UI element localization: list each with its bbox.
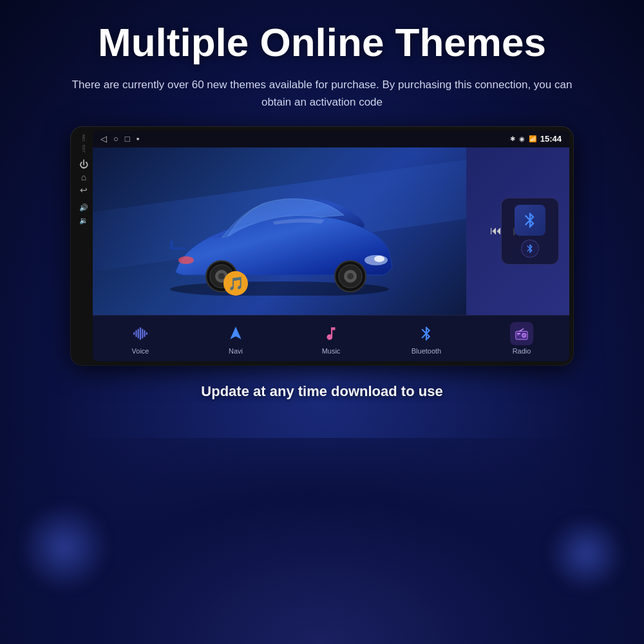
radio-icon bbox=[510, 322, 533, 345]
bluetooth-nav-icon bbox=[415, 322, 438, 345]
car-headunit-device: MIC RST ⏻ ⌂ ↩ 🔊 🔉 ◁ bbox=[71, 127, 573, 365]
nav-item-bluetooth[interactable]: Bluetooth bbox=[379, 316, 474, 361]
nav-item-navi[interactable]: Navi bbox=[188, 316, 283, 361]
music-icon bbox=[319, 322, 343, 345]
bluetooth-label: Bluetooth bbox=[412, 347, 441, 355]
side-button-panel: MIC RST ⏻ ⌂ ↩ 🔊 🔉 bbox=[75, 131, 93, 361]
page-content: Multiple Online Themes There are current… bbox=[0, 0, 644, 644]
svg-rect-14 bbox=[133, 332, 135, 334]
nav-item-voice[interactable]: Voice bbox=[93, 316, 188, 361]
nav-buttons: ◁ ○ □ ▪ bbox=[100, 134, 139, 144]
home-button[interactable]: ○ bbox=[113, 134, 118, 144]
recent-button[interactable]: □ bbox=[125, 134, 130, 144]
svg-point-7 bbox=[347, 273, 354, 279]
bluetooth-status-icon: ✱ bbox=[510, 135, 515, 142]
music-label: Music bbox=[322, 347, 341, 355]
mic-label: MIC bbox=[82, 135, 86, 142]
car-image bbox=[93, 147, 466, 315]
rst-label: RST bbox=[82, 145, 86, 153]
svg-point-3 bbox=[178, 256, 194, 264]
bottom-text: Update at any time download to use bbox=[201, 383, 442, 400]
volume-up-button[interactable]: 🔊 bbox=[78, 202, 90, 214]
svg-rect-12 bbox=[173, 247, 186, 250]
svg-rect-13 bbox=[170, 241, 173, 250]
navi-icon bbox=[224, 322, 247, 345]
volume-down-button[interactable]: 🔉 bbox=[78, 215, 90, 227]
status-icons: ✱ ◉ 📶 15:44 bbox=[510, 134, 562, 144]
radio-label: Radio bbox=[513, 347, 531, 355]
screen-main-area: 🎵 bbox=[93, 147, 569, 315]
back-button[interactable]: ◁ bbox=[100, 134, 107, 144]
menu-button[interactable]: ▪ bbox=[137, 134, 140, 144]
status-time: 15:44 bbox=[540, 134, 562, 144]
bluetooth-card[interactable] bbox=[501, 198, 559, 265]
svg-rect-16 bbox=[138, 328, 139, 338]
svg-rect-19 bbox=[144, 330, 145, 337]
svg-rect-20 bbox=[146, 332, 147, 334]
car-display-area: 🎵 bbox=[93, 147, 466, 315]
nav-item-radio[interactable]: Radio bbox=[474, 316, 569, 361]
home-side-button[interactable]: ⌂ bbox=[78, 171, 90, 183]
voice-icon bbox=[129, 322, 152, 345]
svg-point-2 bbox=[374, 256, 384, 262]
svg-rect-24 bbox=[517, 333, 521, 334]
prev-track-button[interactable]: ⏮ bbox=[490, 224, 502, 238]
bluetooth-large-icon bbox=[515, 205, 545, 236]
svg-rect-25 bbox=[517, 334, 520, 335]
page-title: Multiple Online Themes bbox=[98, 21, 546, 64]
device-screen: ◁ ○ □ ▪ ✱ ◉ 📶 15:44 bbox=[93, 131, 569, 361]
car-svg bbox=[157, 167, 402, 296]
device-body: MIC RST ⏻ ⌂ ↩ 🔊 🔉 ◁ bbox=[71, 127, 573, 365]
location-status-icon: ◉ bbox=[519, 135, 525, 142]
svg-rect-15 bbox=[135, 330, 137, 337]
voice-label: Voice bbox=[132, 347, 149, 355]
bluetooth-small-icon[interactable] bbox=[521, 240, 539, 258]
navi-label: Navi bbox=[229, 347, 243, 355]
svg-rect-18 bbox=[142, 328, 143, 338]
power-button[interactable]: ⏻ bbox=[78, 158, 90, 170]
back-side-button[interactable]: ↩ bbox=[78, 184, 90, 196]
svg-point-23 bbox=[524, 334, 525, 336]
nav-item-music[interactable]: Music bbox=[283, 316, 379, 361]
rst-button[interactable]: RST bbox=[78, 143, 90, 155]
page-subtitle: There are currently over 60 new themes a… bbox=[58, 76, 586, 111]
wifi-status-icon: 📶 bbox=[529, 135, 536, 142]
svg-rect-17 bbox=[140, 327, 141, 340]
audio-bee-icon[interactable]: 🎵 bbox=[223, 271, 248, 296]
status-bar: ◁ ○ □ ▪ ✱ ◉ 📶 15:44 bbox=[93, 131, 569, 147]
bottom-navigation: Voice Navi bbox=[93, 315, 569, 361]
